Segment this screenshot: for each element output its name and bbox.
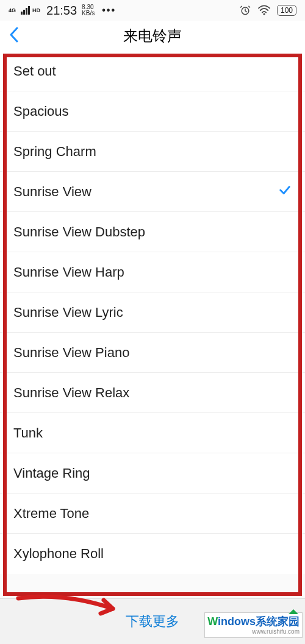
status-bar: 4G HD 21:53 8.30 KB/s ••• 100	[0, 0, 305, 21]
ringtone-label: Vintage Ring	[13, 465, 90, 481]
ringtone-row[interactable]: Sunrise View Dubstep	[0, 212, 305, 252]
checkmark-icon	[278, 183, 292, 200]
alarm-icon	[239, 4, 251, 16]
bottom-bar: 下载更多	[0, 598, 305, 644]
network-hd: HD	[32, 8, 40, 13]
battery-indicator: 100	[277, 5, 296, 16]
network-4g: 4G	[9, 8, 16, 13]
chevron-left-icon	[9, 26, 20, 43]
ringtone-label: Sunrise View Relax	[13, 385, 129, 401]
back-button[interactable]	[9, 26, 20, 46]
ringtone-row[interactable]: Xylophone Roll	[0, 534, 305, 574]
clock-time: 21:53	[46, 4, 77, 18]
ringtone-row[interactable]: Sunrise View Harp	[0, 252, 305, 292]
ringtone-row[interactable]: Vintage Ring	[0, 453, 305, 494]
nav-bar: 来电铃声	[0, 21, 305, 51]
ringtone-row[interactable]: Spacious	[0, 91, 305, 132]
ringtone-row[interactable]: Tunk	[0, 413, 305, 453]
network-speed: 8.30 KB/s	[82, 4, 95, 16]
ringtone-list[interactable]: Set outSpaciousSpring CharmSunrise ViewS…	[0, 51, 305, 574]
ringtone-label: Sunrise View	[13, 184, 92, 200]
ringtone-row[interactable]: Xtreme Tone	[0, 494, 305, 534]
ringtone-row[interactable]: Sunrise View Lyric	[0, 292, 305, 333]
ringtone-row[interactable]: Sunrise View Relax	[0, 373, 305, 413]
ringtone-label: Set out	[13, 63, 56, 79]
ringtone-label: Sunrise View Piano	[13, 345, 129, 361]
ringtone-row[interactable]: Spring Charm	[0, 132, 305, 172]
ringtone-label: Xylophone Roll	[13, 546, 104, 562]
more-dots-icon: •••	[102, 5, 116, 16]
ringtone-label: Sunrise View Lyric	[13, 305, 123, 320]
download-more-button[interactable]: 下载更多	[126, 612, 179, 631]
ringtone-row[interactable]: Sunrise View	[0, 172, 305, 212]
ringtone-label: Tunk	[13, 425, 43, 441]
network-label: 4G	[9, 8, 16, 13]
svg-point-1	[264, 13, 265, 15]
ringtone-label: Spacious	[13, 104, 69, 119]
ringtone-label: Sunrise View Harp	[13, 264, 124, 280]
status-left: 4G HD 21:53 8.30 KB/s •••	[9, 4, 116, 18]
ringtone-label: Spring Charm	[13, 144, 96, 160]
ringtone-row[interactable]: Sunrise View Piano	[0, 333, 305, 373]
status-right: 100	[239, 4, 296, 16]
wifi-icon	[257, 5, 271, 16]
ringtone-label: Xtreme Tone	[13, 506, 89, 522]
page-title: 来电铃声	[123, 26, 182, 46]
signal-bars-icon	[21, 6, 30, 15]
ringtone-row[interactable]: Set out	[0, 51, 305, 91]
ringtone-label: Sunrise View Dubstep	[13, 224, 145, 240]
